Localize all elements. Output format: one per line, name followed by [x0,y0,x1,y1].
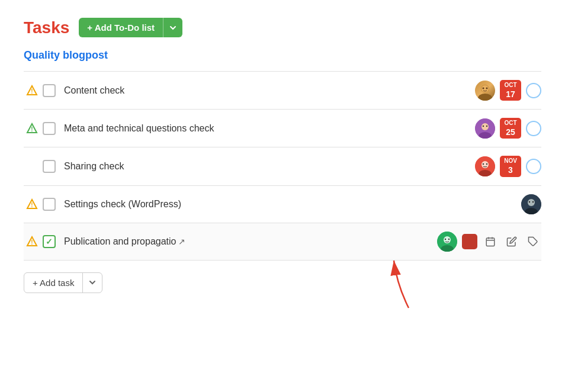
task-actions: Start/Stop [521,194,541,214]
svg-point-8 [481,123,489,130]
warning-icon: ! [24,236,40,248]
svg-point-10 [483,126,484,127]
avatar [437,232,457,252]
svg-point-11 [486,126,487,127]
edit-icon-button[interactable] [503,233,520,250]
avatar [475,156,495,176]
calendar-icon-button[interactable] [482,233,499,250]
task-checkbox[interactable] [43,122,56,135]
table-row: Sharing check Nov 3 [24,147,541,185]
task-actions [437,232,541,252]
task-label: Content check [64,85,124,96]
task-actions: Oct 17 [475,80,541,101]
svg-point-19 [528,199,535,206]
tag-icon-button[interactable] [525,233,541,250]
external-link-icon[interactable]: ↗ [178,237,185,246]
page-title: Tasks [24,18,69,37]
task-status-circle[interactable] [526,83,541,98]
warning-icon: ! [24,123,40,134]
task-status-circle[interactable] [526,121,541,136]
add-task-button[interactable]: + Add task [24,272,102,293]
table-row: ! Content check Oct [24,72,541,110]
svg-point-16 [486,163,487,165]
table-row: ! Settings check (WordPress) Start [24,186,541,223]
task-checkbox[interactable] [43,84,56,97]
svg-point-28 [448,238,450,239]
chevron-down-icon [169,24,176,31]
svg-text:!: ! [31,88,33,95]
task-actions: Nov 3 [475,156,541,176]
add-task-area: + Add task [24,272,541,293]
svg-point-21 [529,201,530,202]
header: Tasks + Add To-Do list [24,18,541,37]
svg-point-5 [486,87,488,89]
table-row: ! Publication and propagatio ↗ [24,223,541,261]
section-title: Quality blogpost [24,49,541,62]
warning-icon: ! [24,198,40,210]
svg-point-2 [478,94,492,101]
svg-text:!: ! [31,202,33,208]
stop-button[interactable] [462,234,477,249]
avatar [475,118,495,139]
avatar: Start/Stop [521,194,541,214]
add-todo-button[interactable]: + Add To-Do list [79,18,182,37]
svg-rect-29 [486,238,495,246]
chevron-down-icon [89,279,96,286]
avatar [475,81,495,101]
date-badge: Oct 17 [500,80,521,101]
svg-point-22 [532,201,534,202]
date-badge: Oct 25 [500,118,521,139]
add-task-label: + Add task [33,278,74,288]
task-checkbox[interactable] [43,198,56,211]
task-label: Publication and propagatio ↗ [64,236,185,247]
task-status-circle[interactable] [526,159,541,174]
dropdown-arrow[interactable] [83,274,102,291]
date-badge: Nov 3 [500,156,521,176]
table-row: ! Meta and technical questions check Oct [24,110,541,147]
add-todo-label: + Add To-Do list [87,23,155,33]
dropdown-arrow[interactable] [163,20,182,36]
svg-text:!: ! [31,126,33,133]
svg-point-4 [483,87,484,89]
task-actions: Oct 25 [475,118,541,139]
svg-point-27 [445,238,446,239]
task-label: Meta and technical questions check [64,123,214,134]
task-list: ! Content check Oct [24,71,541,261]
warning-icon: ! [24,85,40,97]
task-label: Sharing check [64,161,124,172]
svg-text:!: ! [31,239,33,246]
svg-point-15 [483,163,484,165]
task-label: Settings check (WordPress) [64,199,181,210]
task-checkbox[interactable] [43,160,56,173]
task-checkbox[interactable] [43,235,56,248]
task-list-container: ! Content check Oct [24,71,541,261]
